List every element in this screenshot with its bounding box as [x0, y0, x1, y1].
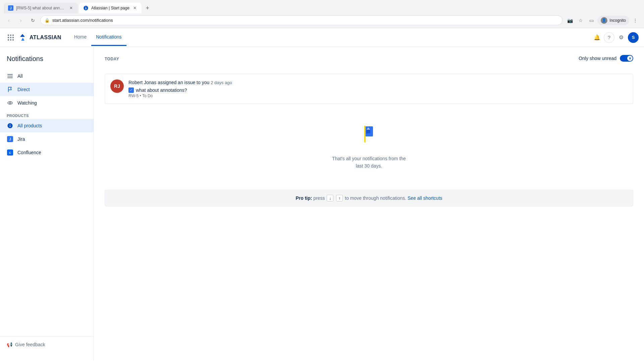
- arrow-up-shortcut: ↑: [336, 195, 343, 201]
- toolbar-actions: 📷 ☆ ▭ 👤 Incognito ⋮: [565, 16, 640, 25]
- sidebar-item-all-products[interactable]: All products: [0, 119, 94, 132]
- top-nav: ATLASSIAN Home Notifications 🔔 ? ⚙ S: [0, 28, 644, 47]
- address-bar[interactable]: 🔒 start.atlassian.com/notifications: [40, 15, 562, 25]
- notification-avatar: RJ: [110, 79, 124, 93]
- settings-button[interactable]: ⚙: [616, 32, 627, 43]
- content-area: TODAY Only show unread ✕ RJ Robert Jonas…: [94, 47, 644, 361]
- atlassian-logo[interactable]: ATLASSIAN: [19, 34, 61, 42]
- sidebar-title: Notifications: [0, 55, 94, 69]
- browser-tab-1[interactable]: J [RWS-5] what about annotations... ✕: [4, 3, 78, 13]
- see-all-shortcuts-link[interactable]: See all shortcuts: [408, 195, 442, 201]
- flag-icon: [7, 86, 13, 93]
- pro-tip-middle-text: to move through notifications.: [345, 195, 406, 201]
- sidebar: Notifications All Direct: [0, 47, 94, 361]
- notification-time: 2 days ago: [211, 80, 232, 85]
- feedback-icon: 📢: [7, 342, 12, 347]
- give-feedback-label: Give feedback: [15, 342, 45, 347]
- sidebar-item-watching[interactable]: Watching: [0, 96, 94, 110]
- incognito-button[interactable]: 👤 Incognito: [597, 16, 629, 25]
- toggle-section: Only show unread ✕: [579, 55, 633, 62]
- sidebar-item-confluence-label: Confluence: [17, 150, 41, 155]
- tab-1-close[interactable]: ✕: [68, 5, 74, 11]
- give-feedback-button[interactable]: 📢 Give feedback: [7, 342, 87, 347]
- bookmark-icon[interactable]: ☆: [576, 16, 585, 25]
- svg-rect-2: [7, 74, 13, 75]
- nav-link-home[interactable]: Home: [69, 29, 91, 46]
- empty-state-text: That's all your notifications from the l…: [111, 155, 627, 170]
- svg-rect-3: [7, 76, 13, 76]
- address-text: start.atlassian.com/notifications: [52, 18, 113, 23]
- help-button[interactable]: ?: [604, 32, 614, 43]
- sidebar-item-confluence[interactable]: C Confluence: [0, 146, 94, 159]
- sidebar-item-direct-label: Direct: [17, 87, 30, 92]
- toggle-label: Only show unread: [579, 56, 616, 61]
- pro-tip-label: Pro tip:: [296, 195, 312, 201]
- empty-state-line1: That's all your notifications from the: [332, 156, 406, 161]
- tab-2-favicon: [83, 5, 89, 11]
- browser-titlebar: J [RWS-5] what about annotations... ✕ At…: [0, 0, 644, 13]
- toggle-x-icon: ✕: [629, 57, 631, 60]
- arrow-down-shortcut: ↓: [327, 195, 333, 201]
- app-container: ATLASSIAN Home Notifications 🔔 ? ⚙ S Not…: [0, 28, 644, 361]
- camera-icon[interactable]: 📷: [565, 16, 575, 25]
- browser-tab-2[interactable]: Atlassian | Start page ✕: [79, 3, 142, 13]
- browser-chrome: J [RWS-5] what about annotations... ✕ At…: [0, 0, 644, 28]
- atlassian-logo-text: ATLASSIAN: [30, 35, 61, 41]
- tab-1-title: [RWS-5] what about annotations...: [16, 6, 66, 10]
- pro-tip-text: press: [313, 195, 326, 201]
- empty-state: That's all your notifications from the l…: [105, 108, 633, 183]
- pro-tip-bar: Pro tip: press ↓ ↑ to move through notif…: [105, 190, 633, 206]
- sidebar-item-jira[interactable]: J Jira: [0, 132, 94, 146]
- only-show-unread-toggle[interactable]: ✕: [620, 55, 633, 62]
- list-icon: [7, 73, 13, 79]
- issue-type-icon: ✓: [128, 87, 134, 93]
- notification-card[interactable]: RJ Robert Jonas assigned an issue to you…: [105, 74, 633, 104]
- reload-button[interactable]: ↻: [28, 16, 38, 25]
- tab-2-close[interactable]: ✕: [132, 5, 138, 11]
- user-avatar[interactable]: S: [628, 32, 639, 43]
- lock-icon: 🔒: [45, 18, 50, 23]
- jira-icon: J: [7, 136, 13, 142]
- sidebar-item-all-products-label: All products: [17, 123, 42, 128]
- notification-meta: RW-5 • To Do: [128, 94, 628, 98]
- forward-button[interactable]: ›: [16, 16, 25, 25]
- products-section-label: PRODUCTS: [0, 110, 94, 119]
- nav-link-notifications[interactable]: Notifications: [91, 29, 126, 46]
- new-tab-button[interactable]: +: [143, 3, 152, 13]
- svg-point-6: [9, 102, 11, 104]
- svg-rect-12: [364, 126, 366, 142]
- nav-links: Home Notifications: [69, 29, 126, 46]
- eye-icon: [7, 100, 13, 106]
- incognito-label: Incognito: [609, 18, 626, 23]
- main-content: Notifications All Direct: [0, 47, 644, 361]
- tab-1-favicon: J: [8, 5, 13, 11]
- svg-text:J: J: [9, 137, 11, 141]
- back-button[interactable]: ‹: [4, 16, 13, 25]
- tab-2-title: Atlassian | Start page: [91, 6, 129, 10]
- toggle-knob: ✕: [627, 56, 633, 61]
- sidebar-item-direct[interactable]: Direct: [0, 83, 94, 96]
- sidebar-footer: 📢 Give feedback: [0, 336, 94, 353]
- svg-text:C: C: [9, 151, 11, 155]
- incognito-avatar: 👤: [601, 17, 607, 24]
- sidebar-item-all-label: All: [17, 73, 23, 79]
- app-switcher[interactable]: [5, 32, 16, 43]
- content-header: TODAY Only show unread ✕: [105, 55, 633, 68]
- notification-actor: Robert Jonas assigned an issue to you: [128, 80, 209, 85]
- menu-button[interactable]: ⋮: [631, 16, 640, 25]
- sidebar-toggle-icon[interactable]: ▭: [587, 16, 596, 25]
- sidebar-item-all[interactable]: All: [0, 69, 94, 83]
- all-products-icon: [7, 122, 13, 129]
- notification-text: Robert Jonas assigned an issue to you 2 …: [128, 79, 628, 86]
- issue-title: what about annotations?: [136, 87, 187, 93]
- bell-button[interactable]: 🔔: [592, 32, 602, 43]
- empty-state-line2: last 30 days.: [356, 163, 382, 169]
- confluence-icon: C: [7, 149, 13, 156]
- svg-rect-4: [7, 77, 13, 78]
- sidebar-item-watching-label: Watching: [17, 100, 37, 106]
- section-date: TODAY: [105, 57, 119, 61]
- svg-text:J: J: [10, 6, 12, 10]
- nav-right: 🔔 ? ⚙ S: [592, 32, 639, 43]
- grid-dots-icon: [8, 35, 14, 41]
- notification-issue: ✓ what about annotations?: [128, 87, 628, 93]
